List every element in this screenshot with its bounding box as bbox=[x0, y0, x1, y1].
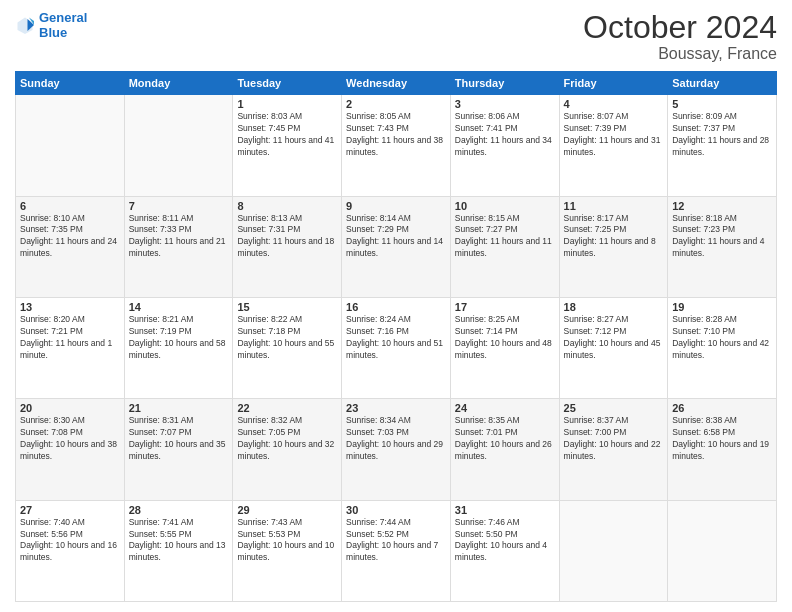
calendar-cell: 13Sunrise: 8:20 AM Sunset: 7:21 PM Dayli… bbox=[16, 297, 125, 398]
calendar-cell: 7Sunrise: 8:11 AM Sunset: 7:33 PM Daylig… bbox=[124, 196, 233, 297]
calendar-cell: 15Sunrise: 8:22 AM Sunset: 7:18 PM Dayli… bbox=[233, 297, 342, 398]
calendar-cell: 6Sunrise: 8:10 AM Sunset: 7:35 PM Daylig… bbox=[16, 196, 125, 297]
calendar-cell: 9Sunrise: 8:14 AM Sunset: 7:29 PM Daylig… bbox=[342, 196, 451, 297]
calendar-cell: 31Sunrise: 7:46 AM Sunset: 5:50 PM Dayli… bbox=[450, 500, 559, 601]
day-info: Sunrise: 7:46 AM Sunset: 5:50 PM Dayligh… bbox=[455, 517, 555, 565]
col-sunday: Sunday bbox=[16, 72, 125, 95]
day-info: Sunrise: 8:03 AM Sunset: 7:45 PM Dayligh… bbox=[237, 111, 337, 159]
day-info: Sunrise: 8:28 AM Sunset: 7:10 PM Dayligh… bbox=[672, 314, 772, 362]
day-info: Sunrise: 8:11 AM Sunset: 7:33 PM Dayligh… bbox=[129, 213, 229, 261]
calendar-cell: 17Sunrise: 8:25 AM Sunset: 7:14 PM Dayli… bbox=[450, 297, 559, 398]
calendar-cell bbox=[559, 500, 668, 601]
day-info: Sunrise: 7:44 AM Sunset: 5:52 PM Dayligh… bbox=[346, 517, 446, 565]
calendar-cell: 21Sunrise: 8:31 AM Sunset: 7:07 PM Dayli… bbox=[124, 399, 233, 500]
calendar-cell: 3Sunrise: 8:06 AM Sunset: 7:41 PM Daylig… bbox=[450, 95, 559, 196]
day-info: Sunrise: 8:37 AM Sunset: 7:00 PM Dayligh… bbox=[564, 415, 664, 463]
day-info: Sunrise: 8:21 AM Sunset: 7:19 PM Dayligh… bbox=[129, 314, 229, 362]
calendar-cell: 29Sunrise: 7:43 AM Sunset: 5:53 PM Dayli… bbox=[233, 500, 342, 601]
calendar-cell: 8Sunrise: 8:13 AM Sunset: 7:31 PM Daylig… bbox=[233, 196, 342, 297]
day-info: Sunrise: 8:06 AM Sunset: 7:41 PM Dayligh… bbox=[455, 111, 555, 159]
day-number: 29 bbox=[237, 504, 337, 516]
col-tuesday: Tuesday bbox=[233, 72, 342, 95]
day-number: 13 bbox=[20, 301, 120, 313]
day-info: Sunrise: 8:10 AM Sunset: 7:35 PM Dayligh… bbox=[20, 213, 120, 261]
day-info: Sunrise: 7:43 AM Sunset: 5:53 PM Dayligh… bbox=[237, 517, 337, 565]
title-block: October 2024 Boussay, France bbox=[583, 10, 777, 63]
col-friday: Friday bbox=[559, 72, 668, 95]
day-number: 14 bbox=[129, 301, 229, 313]
calendar-cell bbox=[668, 500, 777, 601]
calendar-cell: 23Sunrise: 8:34 AM Sunset: 7:03 PM Dayli… bbox=[342, 399, 451, 500]
day-number: 16 bbox=[346, 301, 446, 313]
day-info: Sunrise: 8:27 AM Sunset: 7:12 PM Dayligh… bbox=[564, 314, 664, 362]
day-number: 18 bbox=[564, 301, 664, 313]
logo: GeneralBlue bbox=[15, 10, 87, 40]
day-number: 15 bbox=[237, 301, 337, 313]
calendar-cell: 10Sunrise: 8:15 AM Sunset: 7:27 PM Dayli… bbox=[450, 196, 559, 297]
calendar-cell: 24Sunrise: 8:35 AM Sunset: 7:01 PM Dayli… bbox=[450, 399, 559, 500]
day-info: Sunrise: 8:15 AM Sunset: 7:27 PM Dayligh… bbox=[455, 213, 555, 261]
calendar-cell: 14Sunrise: 8:21 AM Sunset: 7:19 PM Dayli… bbox=[124, 297, 233, 398]
day-info: Sunrise: 8:30 AM Sunset: 7:08 PM Dayligh… bbox=[20, 415, 120, 463]
day-number: 10 bbox=[455, 200, 555, 212]
col-wednesday: Wednesday bbox=[342, 72, 451, 95]
calendar-cell: 28Sunrise: 7:41 AM Sunset: 5:55 PM Dayli… bbox=[124, 500, 233, 601]
day-info: Sunrise: 8:34 AM Sunset: 7:03 PM Dayligh… bbox=[346, 415, 446, 463]
calendar-week-3: 13Sunrise: 8:20 AM Sunset: 7:21 PM Dayli… bbox=[16, 297, 777, 398]
day-number: 19 bbox=[672, 301, 772, 313]
day-info: Sunrise: 8:22 AM Sunset: 7:18 PM Dayligh… bbox=[237, 314, 337, 362]
calendar-table: Sunday Monday Tuesday Wednesday Thursday… bbox=[15, 71, 777, 602]
day-number: 24 bbox=[455, 402, 555, 414]
calendar-cell: 11Sunrise: 8:17 AM Sunset: 7:25 PM Dayli… bbox=[559, 196, 668, 297]
logo-icon bbox=[15, 15, 35, 35]
day-number: 17 bbox=[455, 301, 555, 313]
day-info: Sunrise: 8:25 AM Sunset: 7:14 PM Dayligh… bbox=[455, 314, 555, 362]
calendar-cell: 5Sunrise: 8:09 AM Sunset: 7:37 PM Daylig… bbox=[668, 95, 777, 196]
day-info: Sunrise: 7:41 AM Sunset: 5:55 PM Dayligh… bbox=[129, 517, 229, 565]
day-info: Sunrise: 8:14 AM Sunset: 7:29 PM Dayligh… bbox=[346, 213, 446, 261]
day-info: Sunrise: 7:40 AM Sunset: 5:56 PM Dayligh… bbox=[20, 517, 120, 565]
day-info: Sunrise: 8:24 AM Sunset: 7:16 PM Dayligh… bbox=[346, 314, 446, 362]
day-number: 5 bbox=[672, 98, 772, 110]
day-number: 8 bbox=[237, 200, 337, 212]
day-number: 11 bbox=[564, 200, 664, 212]
header: GeneralBlue October 2024 Boussay, France bbox=[15, 10, 777, 63]
calendar-cell bbox=[16, 95, 125, 196]
day-number: 27 bbox=[20, 504, 120, 516]
day-info: Sunrise: 8:17 AM Sunset: 7:25 PM Dayligh… bbox=[564, 213, 664, 261]
calendar-cell: 25Sunrise: 8:37 AM Sunset: 7:00 PM Dayli… bbox=[559, 399, 668, 500]
day-number: 22 bbox=[237, 402, 337, 414]
day-info: Sunrise: 8:31 AM Sunset: 7:07 PM Dayligh… bbox=[129, 415, 229, 463]
day-number: 6 bbox=[20, 200, 120, 212]
calendar-week-4: 20Sunrise: 8:30 AM Sunset: 7:08 PM Dayli… bbox=[16, 399, 777, 500]
calendar-cell: 12Sunrise: 8:18 AM Sunset: 7:23 PM Dayli… bbox=[668, 196, 777, 297]
day-number: 1 bbox=[237, 98, 337, 110]
day-info: Sunrise: 8:07 AM Sunset: 7:39 PM Dayligh… bbox=[564, 111, 664, 159]
day-number: 25 bbox=[564, 402, 664, 414]
calendar-cell: 18Sunrise: 8:27 AM Sunset: 7:12 PM Dayli… bbox=[559, 297, 668, 398]
calendar-header-row: Sunday Monday Tuesday Wednesday Thursday… bbox=[16, 72, 777, 95]
calendar-week-5: 27Sunrise: 7:40 AM Sunset: 5:56 PM Dayli… bbox=[16, 500, 777, 601]
col-thursday: Thursday bbox=[450, 72, 559, 95]
page: GeneralBlue October 2024 Boussay, France… bbox=[0, 0, 792, 612]
calendar-cell: 2Sunrise: 8:05 AM Sunset: 7:43 PM Daylig… bbox=[342, 95, 451, 196]
calendar-week-1: 1Sunrise: 8:03 AM Sunset: 7:45 PM Daylig… bbox=[16, 95, 777, 196]
calendar-cell: 16Sunrise: 8:24 AM Sunset: 7:16 PM Dayli… bbox=[342, 297, 451, 398]
col-monday: Monday bbox=[124, 72, 233, 95]
calendar-week-2: 6Sunrise: 8:10 AM Sunset: 7:35 PM Daylig… bbox=[16, 196, 777, 297]
logo-name: GeneralBlue bbox=[39, 10, 87, 40]
day-number: 30 bbox=[346, 504, 446, 516]
day-number: 7 bbox=[129, 200, 229, 212]
location-title: Boussay, France bbox=[583, 45, 777, 63]
calendar-cell bbox=[124, 95, 233, 196]
day-number: 9 bbox=[346, 200, 446, 212]
col-saturday: Saturday bbox=[668, 72, 777, 95]
day-number: 12 bbox=[672, 200, 772, 212]
day-number: 23 bbox=[346, 402, 446, 414]
day-info: Sunrise: 8:13 AM Sunset: 7:31 PM Dayligh… bbox=[237, 213, 337, 261]
day-number: 4 bbox=[564, 98, 664, 110]
day-info: Sunrise: 8:20 AM Sunset: 7:21 PM Dayligh… bbox=[20, 314, 120, 362]
day-number: 2 bbox=[346, 98, 446, 110]
calendar-cell: 1Sunrise: 8:03 AM Sunset: 7:45 PM Daylig… bbox=[233, 95, 342, 196]
day-info: Sunrise: 8:38 AM Sunset: 6:58 PM Dayligh… bbox=[672, 415, 772, 463]
